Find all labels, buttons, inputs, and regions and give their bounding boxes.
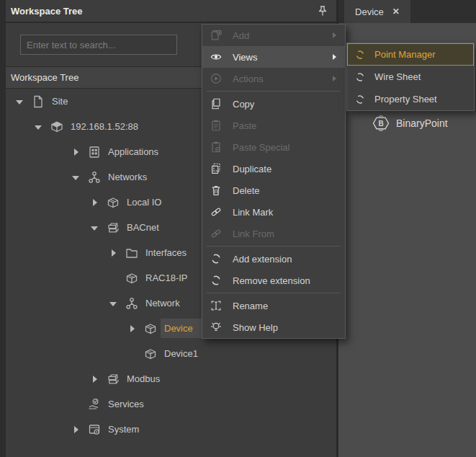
- tree-item-services[interactable]: Services: [6, 391, 336, 417]
- expander-expanded-icon[interactable]: [35, 123, 43, 131]
- link-icon: [210, 227, 223, 240]
- menu-item-show-help[interactable]: Show Help: [202, 316, 345, 338]
- menu-item-remove-extension[interactable]: Remove extension: [202, 270, 345, 291]
- tree-item-label: RAC18-IP: [145, 272, 188, 283]
- submenu-item-wire-sheet[interactable]: Wire Sheet: [347, 66, 474, 88]
- tree-item-label: Services: [108, 399, 144, 409]
- submenu-item-point-manager[interactable]: Point Manager: [347, 43, 474, 66]
- network-icon: [124, 296, 140, 311]
- search-input[interactable]: [20, 35, 177, 55]
- submenu-caret-icon: [333, 32, 336, 38]
- menu-item-copy[interactable]: Copy: [202, 93, 345, 115]
- expander-expanded-icon[interactable]: [91, 223, 99, 232]
- menu-item-label: Add: [233, 30, 333, 41]
- expander-collapsed-icon[interactable]: [72, 148, 81, 156]
- extension-spinner-icon: [210, 274, 223, 287]
- services-icon: [86, 397, 102, 412]
- menu-item-views[interactable]: Views: [202, 46, 345, 68]
- expander-expanded-icon[interactable]: [72, 173, 81, 182]
- view-spinner-icon: [354, 71, 366, 83]
- menu-item-label: Add extension: [233, 254, 338, 265]
- tree-item-label: System: [108, 424, 139, 435]
- menu-item-label: Show Help: [233, 322, 338, 333]
- menu-item-duplicate[interactable]: Duplicate: [202, 158, 345, 179]
- menu-item-actions: Actions: [202, 68, 345, 89]
- tree-item-label: Network: [145, 298, 180, 309]
- expander-collapsed-icon[interactable]: [72, 425, 81, 434]
- tree-item-label: Interfaces: [145, 247, 187, 258]
- network-icon: [86, 170, 102, 185]
- actions-icon: [210, 72, 223, 85]
- menu-item-label: Link From: [233, 228, 338, 239]
- tab-label: Device: [355, 6, 384, 17]
- expander-collapsed-icon[interactable]: [91, 375, 99, 383]
- tree-item-label: 192.168.1.52:88: [71, 121, 138, 132]
- panel-title: Workspace Tree: [11, 6, 82, 17]
- expander-expanded-icon[interactable]: [16, 97, 24, 106]
- submenu-caret-icon: [333, 54, 336, 60]
- menu-item-link-mark[interactable]: Link Mark: [202, 201, 345, 223]
- submenu-item-label: Point Manager: [374, 49, 436, 60]
- menu-item-label: Actions: [233, 74, 333, 84]
- menu-item-add: Add: [202, 25, 345, 46]
- tab-close-icon[interactable]: ✕: [392, 6, 400, 17]
- binary-point-label: BinaryPoint: [396, 117, 448, 129]
- menu-item-paste-special: Paste Special: [202, 136, 345, 158]
- tree-item-modbus[interactable]: Modbus: [6, 366, 336, 391]
- add-icon: [210, 29, 223, 42]
- extension-spinner-icon: [210, 252, 223, 265]
- menu-separator: [207, 293, 341, 293]
- menu-separator: [207, 91, 341, 92]
- menu-item-rename[interactable]: Rename: [202, 295, 345, 316]
- rename-icon: [210, 299, 223, 312]
- device-box-icon: [105, 195, 121, 210]
- tree-item-label: BACnet: [127, 222, 159, 233]
- tab-bar: Device ✕: [338, 0, 476, 23]
- pin-icon[interactable]: [318, 5, 328, 17]
- expander-collapsed-icon[interactable]: [109, 249, 118, 257]
- submenu-item-label: Wire Sheet: [374, 71, 421, 82]
- device-box-icon: [143, 321, 158, 336]
- menu-item-add-extension[interactable]: Add extension: [202, 248, 345, 270]
- copy-icon: [210, 97, 223, 110]
- tree-item-system[interactable]: System: [6, 417, 336, 442]
- expander-collapsed-icon[interactable]: [91, 198, 99, 207]
- tree-item-label: Applications: [108, 146, 158, 157]
- menu-item-label: Paste Special: [233, 142, 338, 153]
- tree-item-device1[interactable]: Device1: [6, 341, 336, 366]
- stack-icon: [105, 372, 121, 386]
- paste-icon: [210, 119, 223, 132]
- menu-item-label: Rename: [233, 301, 338, 311]
- submenu-item-label: Property Sheet: [374, 94, 437, 105]
- system-icon: [86, 422, 102, 437]
- tree-item-label: Device1: [164, 348, 198, 359]
- menu-item-label: Link Mark: [233, 207, 338, 218]
- eye-icon: [210, 50, 223, 63]
- binary-point-icon: B: [372, 114, 390, 133]
- lightbulb-icon: [210, 321, 223, 334]
- expander-spacer: [109, 274, 118, 283]
- context-menu: Add Views Actions Copy Paste Paste Speci…: [202, 24, 346, 339]
- tree-item-label: Local IO: [127, 197, 161, 208]
- binary-point-letter: B: [378, 120, 383, 128]
- document-icon: [30, 94, 46, 109]
- expander-collapsed-icon[interactable]: [128, 324, 137, 333]
- server-icon: [49, 120, 65, 134]
- folder-icon: [124, 246, 140, 260]
- menu-item-link-from: Link From: [202, 223, 345, 244]
- menu-item-label: Copy: [233, 99, 338, 110]
- menu-separator: [207, 246, 341, 247]
- applications-icon: [86, 145, 102, 159]
- duplicate-icon: [210, 162, 223, 175]
- views-submenu: Point Manager Wire Sheet Property Sheet: [346, 43, 475, 111]
- binary-point-item[interactable]: B BinaryPoint: [372, 114, 448, 133]
- trash-icon: [210, 184, 223, 197]
- expander-spacer: [128, 350, 137, 358]
- menu-item-delete[interactable]: Delete: [202, 179, 345, 201]
- submenu-item-property-sheet[interactable]: Property Sheet: [347, 88, 474, 110]
- tab-device[interactable]: Device ✕: [344, 0, 410, 23]
- paste-special-icon: [210, 141, 223, 154]
- menu-item-label: Remove extension: [233, 275, 338, 286]
- tree-item-label: Modbus: [127, 373, 160, 384]
- expander-expanded-icon[interactable]: [109, 299, 118, 308]
